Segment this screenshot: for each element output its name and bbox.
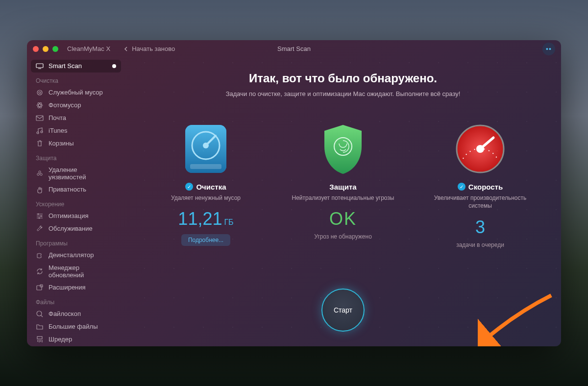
headline: Итак, вот что было обнаружено. bbox=[249, 72, 437, 85]
active-indicator bbox=[112, 64, 116, 68]
sidebar: Smart Scan Очистка Служебный мусор Фотом… bbox=[27, 58, 125, 346]
biohazard-icon bbox=[36, 169, 44, 177]
results-cards: ✓ Очистка Удаляет ненужный мусор 11,21ГБ… bbox=[140, 122, 546, 249]
svg-point-12 bbox=[38, 213, 39, 215]
gear-icon bbox=[36, 89, 44, 96]
atom-icon bbox=[36, 101, 44, 109]
annotation-arrow bbox=[478, 293, 556, 346]
card-cleanup: ✓ Очистка Удаляет ненужный мусор 11,21ГБ… bbox=[152, 122, 260, 249]
sidebar-item-smart-scan[interactable]: Smart Scan bbox=[31, 60, 121, 72]
sidebar-item-itunes[interactable]: iTunes bbox=[31, 124, 121, 137]
card-protection: Защита Нейтрализует потенциальные угрозы… bbox=[289, 122, 397, 249]
sidebar-item-label: Удаление уязвимостей bbox=[49, 166, 116, 181]
app-window: CleanMyMac X Начать заново Smart Scan ••… bbox=[27, 40, 561, 346]
sidebar-item-label: Smart Scan bbox=[49, 62, 82, 70]
sidebar-item-label: Расширения bbox=[49, 284, 86, 291]
sidebar-item-label: Почта bbox=[49, 114, 66, 121]
sidebar-item-maintenance[interactable]: Обслуживание bbox=[31, 222, 121, 235]
card-title: Очистка bbox=[196, 183, 226, 191]
card-desc: Увеличивает производительность системы bbox=[426, 194, 534, 211]
restart-label: Начать заново bbox=[132, 45, 175, 52]
sidebar-item-label: Фотомусор bbox=[49, 101, 81, 109]
sidebar-section-protection: Защита bbox=[31, 150, 121, 164]
maximize-window-button[interactable] bbox=[52, 46, 58, 52]
folder-icon bbox=[36, 323, 44, 331]
sidebar-item-label: Корзины bbox=[49, 140, 74, 147]
sidebar-item-photo-junk[interactable]: Фотомусор bbox=[31, 99, 121, 112]
svg-point-9 bbox=[39, 170, 41, 172]
sidebar-item-label: Большие файлы bbox=[49, 323, 98, 330]
card-speed: ✓ Скорость Увеличивает производительност… bbox=[426, 122, 534, 249]
svg-rect-0 bbox=[36, 64, 43, 68]
card-desc: Нейтрализует потенциальные угрозы bbox=[292, 194, 394, 202]
puzzle-icon bbox=[36, 251, 44, 259]
gauge-icon bbox=[453, 122, 507, 176]
protection-status: Угроз не обнаружено bbox=[314, 233, 372, 240]
window-body: Smart Scan Очистка Служебный мусор Фотом… bbox=[27, 58, 561, 346]
window-title: Smart Scan bbox=[277, 45, 311, 52]
check-icon: ✓ bbox=[458, 183, 466, 191]
sidebar-item-extensions[interactable]: Расширения bbox=[31, 281, 121, 294]
svg-point-13 bbox=[41, 215, 42, 217]
sidebar-item-privacy[interactable]: Приватность bbox=[31, 183, 121, 196]
details-button[interactable]: Подробнее... bbox=[181, 234, 230, 246]
sidebar-item-updater[interactable]: Менеджер обновлений bbox=[31, 262, 121, 281]
svg-point-2 bbox=[39, 92, 41, 94]
sidebar-item-large-files[interactable]: Большие файлы bbox=[31, 320, 121, 333]
sidebar-section-files: Файлы bbox=[31, 294, 121, 308]
svg-point-10 bbox=[37, 173, 39, 175]
sidebar-item-malware[interactable]: Удаление уязвимостей bbox=[31, 164, 121, 183]
svg-point-17 bbox=[37, 311, 42, 316]
wrench-icon bbox=[36, 225, 44, 233]
chevron-left-icon bbox=[124, 47, 129, 51]
sidebar-item-label: iTunes bbox=[49, 127, 68, 134]
svg-point-3 bbox=[37, 104, 43, 106]
shield-icon bbox=[316, 122, 370, 176]
start-button[interactable]: Старт bbox=[321, 289, 365, 332]
svg-rect-23 bbox=[190, 164, 221, 169]
sidebar-item-label: Деинсталлятор bbox=[49, 251, 94, 259]
traffic-lights bbox=[33, 46, 58, 52]
check-icon: ✓ bbox=[185, 183, 193, 191]
svg-rect-15 bbox=[37, 286, 42, 290]
protection-value: OK bbox=[329, 209, 357, 229]
envelope-icon bbox=[36, 114, 44, 122]
sidebar-item-label: Служебный мусор bbox=[49, 89, 103, 96]
speed-value: 3 bbox=[475, 217, 485, 238]
sidebar-item-label: Обслуживание bbox=[49, 225, 93, 232]
sidebar-item-uninstaller[interactable]: Деинсталлятор bbox=[31, 249, 121, 262]
sidebar-item-optimization[interactable]: Оптимизация bbox=[31, 210, 121, 222]
sidebar-item-label: Менеджер обновлений bbox=[49, 264, 116, 279]
sidebar-section-cleaning: Очистка bbox=[31, 72, 121, 86]
music-icon bbox=[36, 127, 44, 135]
sidebar-item-shredder[interactable]: Шредер bbox=[31, 333, 121, 346]
sidebar-item-mail[interactable]: Почта bbox=[31, 112, 121, 124]
sliders-icon bbox=[36, 212, 44, 220]
sidebar-item-label: Оптимизация bbox=[49, 212, 89, 219]
sidebar-item-trash[interactable]: Корзины bbox=[31, 137, 121, 150]
close-window-button[interactable] bbox=[33, 46, 39, 52]
sidebar-item-space-lens[interactable]: Файлоскоп bbox=[31, 308, 121, 320]
shredder-icon bbox=[36, 336, 44, 343]
main-content: Итак, вот что было обнаружено. Задачи по… bbox=[125, 58, 561, 346]
sidebar-item-label: Файлоскоп bbox=[49, 310, 81, 317]
svg-rect-6 bbox=[36, 116, 43, 121]
menu-button[interactable]: •• bbox=[542, 43, 555, 55]
disk-icon bbox=[179, 122, 233, 176]
extension-icon bbox=[36, 284, 44, 291]
trash-icon bbox=[36, 140, 44, 147]
svg-point-14 bbox=[39, 217, 40, 218]
app-title: CleanMyMac X bbox=[67, 45, 110, 52]
lens-icon bbox=[36, 310, 44, 318]
svg-point-1 bbox=[37, 90, 42, 95]
sidebar-section-speed: Ускорение bbox=[31, 196, 121, 210]
minimize-window-button[interactable] bbox=[43, 46, 49, 52]
sidebar-section-apps: Программы bbox=[31, 235, 121, 249]
restart-button[interactable]: Начать заново bbox=[124, 45, 175, 52]
card-desc: Удаляет ненужный мусор bbox=[171, 194, 241, 202]
sidebar-item-label: Приватность bbox=[49, 186, 86, 193]
subline: Задачи по очистке, защите и оптимизации … bbox=[226, 90, 461, 97]
sidebar-item-system-junk[interactable]: Служебный мусор bbox=[31, 86, 121, 99]
titlebar: CleanMyMac X Начать заново Smart Scan •• bbox=[27, 40, 561, 58]
card-title: Скорость bbox=[468, 183, 503, 191]
